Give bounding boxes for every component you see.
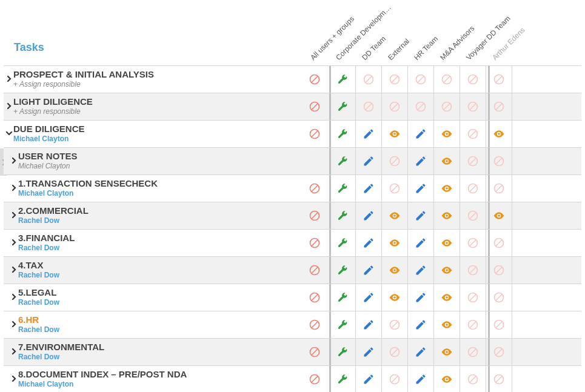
permission-cell[interactable] <box>433 230 460 256</box>
task-title[interactable]: 8.DOCUMENT INDEX – PRE/POST NDA <box>18 369 187 379</box>
permission-cell[interactable] <box>460 230 486 256</box>
permission-cell[interactable] <box>355 284 381 311</box>
task-title[interactable]: 1.TRANSACTION SENSECHECK <box>18 178 158 188</box>
permission-cell[interactable] <box>329 284 355 311</box>
permission-cell[interactable] <box>381 311 407 338</box>
permission-cell[interactable] <box>300 311 329 338</box>
permission-cell[interactable] <box>300 66 329 93</box>
permission-cell[interactable] <box>381 121 407 147</box>
permission-cell[interactable] <box>381 366 407 392</box>
assignee-link[interactable]: Rachel Dow <box>18 298 59 307</box>
assignee-link[interactable]: Rachel Dow <box>18 353 104 361</box>
permission-cell[interactable] <box>407 202 433 229</box>
expand-toggle[interactable] <box>10 265 18 274</box>
permission-cell[interactable] <box>355 339 381 365</box>
permission-cell[interactable] <box>300 121 329 147</box>
expand-toggle[interactable] <box>5 102 13 110</box>
expand-toggle[interactable] <box>5 75 13 83</box>
permission-cell[interactable] <box>407 66 433 93</box>
task-title[interactable]: LIGHT DILIGENCE <box>13 96 93 107</box>
assignee-link[interactable]: Michael Clayton <box>18 189 158 198</box>
task-title[interactable]: USER NOTES <box>18 151 78 161</box>
permission-cell[interactable] <box>460 366 486 392</box>
permission-cell[interactable] <box>329 121 355 147</box>
permission-cell[interactable] <box>329 366 355 392</box>
permission-cell[interactable] <box>460 121 486 147</box>
assignee-link[interactable]: Michael Clayton <box>13 135 85 143</box>
permission-cell[interactable] <box>460 311 486 338</box>
expand-toggle[interactable] <box>5 129 13 138</box>
permission-cell[interactable] <box>329 93 355 120</box>
task-title[interactable]: PROSPECT & INITIAL ANALYSIS <box>13 69 154 79</box>
permission-cell[interactable] <box>355 121 381 147</box>
permission-cell[interactable] <box>381 339 407 365</box>
permission-cell[interactable] <box>460 148 486 174</box>
permission-cell[interactable] <box>329 311 355 338</box>
assign-responsible-hint[interactable]: Michael Clayton <box>18 162 78 170</box>
permission-cell[interactable] <box>381 284 407 311</box>
permission-cell[interactable] <box>355 66 381 93</box>
permission-cell[interactable] <box>355 175 381 202</box>
permission-cell[interactable] <box>460 257 486 284</box>
permission-cell[interactable] <box>433 66 460 93</box>
permission-cell[interactable] <box>433 284 460 311</box>
permission-cell[interactable] <box>407 93 433 120</box>
permission-cell[interactable] <box>329 148 355 174</box>
permission-cell[interactable] <box>355 311 381 338</box>
permission-cell[interactable] <box>300 284 329 311</box>
permission-cell[interactable] <box>407 311 433 338</box>
permission-cell[interactable] <box>381 93 407 120</box>
permission-cell[interactable] <box>355 202 381 229</box>
permission-cell[interactable] <box>433 366 460 392</box>
permission-cell[interactable] <box>355 93 381 120</box>
permission-cell[interactable] <box>407 339 433 365</box>
permission-cell[interactable] <box>381 257 407 284</box>
permission-cell[interactable] <box>300 148 329 174</box>
assign-responsible-hint[interactable]: + Assign responsible <box>13 80 154 88</box>
permission-cell[interactable] <box>300 230 329 256</box>
permission-cell[interactable] <box>407 257 433 284</box>
task-title[interactable]: 3.FINANCIAL <box>18 233 75 243</box>
permission-cell[interactable] <box>407 230 433 256</box>
expand-toggle[interactable] <box>10 320 18 328</box>
task-title[interactable]: 5.LEGAL <box>18 287 59 297</box>
permission-cell[interactable] <box>381 175 407 202</box>
expand-toggle[interactable] <box>10 156 18 165</box>
permission-cell[interactable] <box>433 121 460 147</box>
expand-toggle[interactable] <box>10 184 18 192</box>
permission-cell[interactable] <box>460 66 486 93</box>
permission-cell[interactable] <box>355 148 381 174</box>
permission-cell[interactable] <box>433 175 460 202</box>
permission-cell[interactable] <box>300 93 329 120</box>
permission-cell[interactable] <box>381 230 407 256</box>
permission-cell[interactable] <box>329 202 355 229</box>
permission-cell[interactable] <box>433 311 460 338</box>
assignee-link[interactable]: Rachel Dow <box>18 216 89 225</box>
permission-cell[interactable] <box>433 339 460 365</box>
permission-cell[interactable] <box>381 202 407 229</box>
permission-cell[interactable] <box>433 148 460 174</box>
assign-responsible-hint[interactable]: + Assign responsible <box>13 107 93 116</box>
expand-toggle[interactable] <box>10 347 18 356</box>
permission-cell[interactable] <box>407 284 433 311</box>
permission-cell[interactable] <box>329 66 355 93</box>
expand-toggle[interactable] <box>10 293 18 301</box>
permission-cell[interactable] <box>329 257 355 284</box>
task-title[interactable]: DUE DILIGENCE <box>13 124 85 134</box>
assignee-link[interactable]: Michael Clayton <box>18 380 187 388</box>
column-header[interactable]: External <box>386 37 411 62</box>
permission-cell[interactable] <box>460 284 486 311</box>
permission-cell[interactable] <box>329 175 355 202</box>
expand-toggle[interactable] <box>10 211 18 219</box>
permission-cell[interactable] <box>329 339 355 365</box>
permission-cell[interactable] <box>300 175 329 202</box>
permission-cell[interactable] <box>355 366 381 392</box>
permission-cell[interactable] <box>460 175 486 202</box>
column-header[interactable]: All users + groups <box>309 15 356 62</box>
permission-cell[interactable] <box>381 66 407 93</box>
permission-cell[interactable] <box>460 202 486 229</box>
permission-cell[interactable] <box>407 175 433 202</box>
permission-cell[interactable] <box>355 230 381 256</box>
column-header[interactable]: Voyager DD Team <box>464 14 512 62</box>
permission-cell[interactable] <box>433 202 460 229</box>
